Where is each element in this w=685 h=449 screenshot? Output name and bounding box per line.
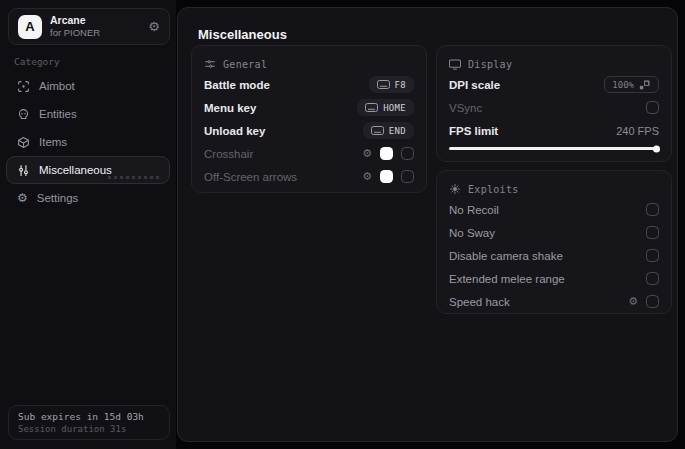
no-sway-checkbox[interactable]: [646, 226, 659, 239]
disable-camera-shake-checkbox[interactable]: [646, 249, 659, 262]
display-card: Display DPI scale 100% VSync FPS limit 2…: [436, 45, 672, 162]
extended-melee-range-label: Extended melee range: [449, 273, 565, 285]
vsync-checkbox[interactable]: [646, 101, 659, 114]
general-card: General Battle mode F8 Menu key HOME Unl…: [191, 45, 427, 193]
bug-icon: [449, 183, 461, 195]
setting-row-extended-melee-range: Extended melee range: [449, 267, 659, 290]
monitor-icon: [449, 59, 461, 70]
unload-key-label: Unload key: [204, 125, 265, 137]
exploits-header-label: Exploits: [468, 184, 519, 195]
offscreen-color-swatch[interactable]: [380, 170, 393, 183]
no-recoil-checkbox[interactable]: [646, 203, 659, 216]
no-sway-label: No Sway: [449, 227, 495, 239]
app-subtitle: for PIONER: [50, 28, 100, 38]
sidebar-item-label: Settings: [37, 192, 79, 204]
dpi-scale-label: DPI scale: [449, 79, 500, 91]
exploits-card: Exploits No Recoil No Sway Disable camer…: [436, 170, 672, 314]
sidebar-item-label: Items: [39, 136, 67, 148]
category-label: Category: [14, 56, 60, 67]
crosshair-viewfinder-icon: [17, 80, 30, 93]
battle-mode-keybind[interactable]: F8: [369, 76, 414, 93]
vsync-label: VSync: [449, 102, 482, 114]
setting-row-speed-hack: Speed hack ⚙: [449, 290, 659, 313]
app-name: Arcane: [50, 15, 100, 26]
battle-mode-label: Battle mode: [204, 79, 270, 91]
app-logo: A: [18, 15, 42, 39]
app-title-block: Arcane for PIONER: [50, 15, 100, 38]
general-card-header: General: [204, 55, 414, 73]
sidebar-item-miscellaneous[interactable]: Miscellaneous: [6, 156, 170, 184]
gear-icon[interactable]: ⚙: [362, 148, 372, 159]
exploits-card-header: Exploits: [449, 180, 659, 198]
setting-row-disable-camera-shake: Disable camera shake: [449, 244, 659, 267]
page-title: Miscellaneous: [198, 27, 287, 42]
crosshair-label: Crosshair: [204, 148, 253, 160]
extended-melee-range-checkbox[interactable]: [646, 272, 659, 285]
display-header-label: Display: [468, 59, 512, 70]
general-header-label: General: [223, 59, 267, 70]
setting-row-offscreen-arrows: Off-Screen arrows ⚙: [204, 165, 414, 188]
sub-expires-text: Sub expires in 15d 03h: [18, 411, 160, 422]
sidebar-item-items[interactable]: Items: [6, 128, 170, 156]
sidebar-nav: Aimbot Entities Items: [6, 72, 170, 212]
grid-sliders-icon: [204, 58, 216, 70]
keyboard-icon: [377, 80, 390, 89]
sidebar-item-label: Miscellaneous: [39, 164, 112, 176]
sidebar-item-entities[interactable]: Entities: [6, 100, 170, 128]
gear-icon[interactable]: ⚙: [628, 296, 638, 307]
app-header: A Arcane for PIONER ⚙: [8, 8, 170, 45]
dotted-decoration: [108, 176, 160, 179]
fps-limit-slider[interactable]: [449, 147, 659, 150]
speed-hack-label: Speed hack: [449, 296, 510, 308]
setting-row-fps-limit: FPS limit 240 FPS: [449, 119, 659, 142]
fps-limit-label: FPS limit: [449, 125, 498, 137]
cube-icon: [17, 136, 30, 149]
slider-knob[interactable]: [653, 145, 660, 152]
setting-row-unload-key: Unload key END: [204, 119, 414, 142]
no-recoil-label: No Recoil: [449, 204, 499, 216]
sidebar-item-label: Aimbot: [39, 80, 75, 92]
setting-row-crosshair: Crosshair ⚙: [204, 142, 414, 165]
setting-row-dpi-scale: DPI scale 100%: [449, 73, 659, 96]
setting-row-no-recoil: No Recoil: [449, 198, 659, 221]
subscription-info-card: Sub expires in 15d 03h Session duration …: [8, 405, 170, 440]
crosshair-color-swatch[interactable]: [380, 147, 393, 160]
skull-icon: [17, 108, 30, 121]
display-card-header: Display: [449, 55, 659, 73]
sidebar: A Arcane for PIONER ⚙ Category Aimbot: [0, 0, 176, 449]
sidebar-item-settings[interactable]: ⚙ Settings: [6, 184, 170, 212]
setting-row-battle-mode: Battle mode F8: [204, 73, 414, 96]
sliders-icon: [17, 164, 30, 177]
keyboard-icon: [371, 126, 384, 135]
scale-icon: [639, 79, 651, 91]
keyboard-icon: [365, 103, 378, 112]
menu-key-label: Menu key: [204, 102, 256, 114]
main-panel: Miscellaneous General Battle mode F8 Men…: [177, 7, 678, 442]
gear-icon: ⚙: [17, 192, 28, 204]
gear-icon[interactable]: ⚙: [148, 20, 160, 33]
sidebar-item-label: Entities: [39, 108, 77, 120]
menu-key-keybind[interactable]: HOME: [357, 99, 414, 116]
sidebar-item-aimbot[interactable]: Aimbot: [6, 72, 170, 100]
gear-icon[interactable]: ⚙: [362, 171, 372, 182]
crosshair-checkbox[interactable]: [401, 147, 414, 160]
disable-camera-shake-label: Disable camera shake: [449, 250, 563, 262]
speed-hack-checkbox[interactable]: [646, 295, 659, 308]
unload-key-keybind[interactable]: END: [363, 122, 414, 139]
offscreen-arrows-label: Off-Screen arrows: [204, 171, 297, 183]
setting-row-vsync: VSync: [449, 96, 659, 119]
dpi-scale-select[interactable]: 100%: [604, 76, 659, 93]
session-duration-text: Session duration 31s: [18, 424, 160, 434]
setting-row-no-sway: No Sway: [449, 221, 659, 244]
fps-limit-value: 240 FPS: [616, 125, 659, 137]
offscreen-checkbox[interactable]: [401, 170, 414, 183]
setting-row-menu-key: Menu key HOME: [204, 96, 414, 119]
